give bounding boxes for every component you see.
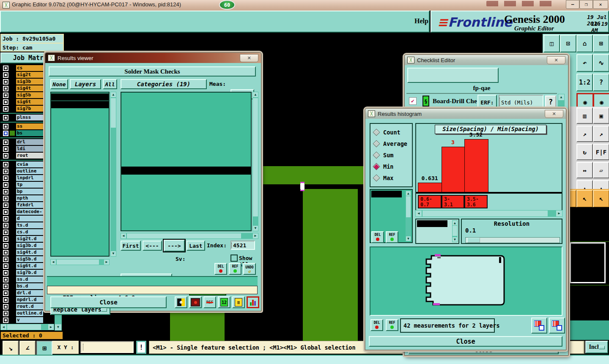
- results-viewer-close-icon[interactable]: ✕: [240, 54, 258, 62]
- rv-layers-list[interactable]: [50, 92, 110, 257]
- layer-label[interactable]: d: [16, 216, 43, 222]
- layer-checkbox[interactable]: [3, 203, 8, 208]
- rv-categories-vscrollbar[interactable]: ▲ ▼: [252, 92, 258, 231]
- layer-checkbox[interactable]: [3, 189, 8, 194]
- layer-list-hscrollbar[interactable]: ◀ ▶: [0, 324, 54, 330]
- move-point-icon[interactable]: ↗: [593, 126, 609, 142]
- rv-blackwhite-button[interactable]: ☻: [175, 296, 187, 308]
- layer-label[interactable]: sig6t.d: [16, 263, 43, 269]
- layer-label[interactable]: sig3b: [16, 79, 43, 85]
- feature-row[interactable]: [417, 227, 452, 234]
- layer-checkbox[interactable]: [3, 86, 8, 91]
- layer-checkbox[interactable]: [3, 284, 8, 289]
- layer-label[interactable]: sig4t: [16, 85, 43, 91]
- layer-label[interactable]: outline.d: [16, 310, 43, 316]
- rv-del-button[interactable]: DEL: [214, 263, 227, 275]
- layer-checkbox[interactable]: [3, 175, 8, 181]
- rv-all-button[interactable]: All: [103, 79, 117, 89]
- stat-radio[interactable]: Count: [370, 126, 412, 138]
- results-viewer-titlebar[interactable]: ╳ Results viewer ✕: [45, 53, 261, 63]
- layer-label[interactable]: tp: [16, 182, 43, 188]
- layer-checkbox[interactable]: [3, 162, 8, 167]
- layer-checkbox[interactable]: [3, 277, 8, 282]
- rv-category-row[interactable]: [121, 175, 251, 183]
- histogram-close-icon[interactable]: ✕: [545, 110, 563, 118]
- layer-row[interactable]: v: [3, 317, 54, 323]
- stat-radio[interactable]: Average: [370, 138, 412, 149]
- feature-vscrollbar[interactable]: ▲ ▼: [452, 220, 458, 242]
- layer-label[interactable]: sig6t: [16, 99, 43, 105]
- layer-label[interactable]: sig5b: [16, 92, 43, 98]
- rv-category-row[interactable]: [121, 94, 251, 102]
- rv-prev-button[interactable]: <---: [143, 241, 162, 251]
- layer-checkbox[interactable]: [3, 216, 8, 222]
- layer-checkbox[interactable]: [3, 257, 8, 262]
- stat-radio[interactable]: Min: [370, 161, 412, 172]
- layer-label[interactable]: cs: [16, 65, 43, 71]
- layer-label[interactable]: npth: [16, 195, 43, 201]
- ratio-1-2-icon[interactable]: 1:2: [576, 74, 593, 91]
- checklist-close-icon[interactable]: ✕: [547, 56, 565, 64]
- rv-first-button[interactable]: First: [121, 241, 141, 251]
- rv-index-input[interactable]: 4521: [230, 241, 255, 250]
- grid-toggle-button[interactable]: ⊞: [36, 341, 52, 356]
- rv-category-row[interactable]: [121, 126, 251, 134]
- shapes-icon[interactable]: ▱: [593, 162, 609, 178]
- layer-label[interactable]: fzkdrl: [16, 202, 43, 208]
- layer-label[interactable]: sig7b: [16, 106, 43, 112]
- close-button[interactable]: ✕: [593, 0, 608, 9]
- rv-category-row[interactable]: [121, 142, 251, 151]
- layer-label[interactable]: ss: [16, 123, 43, 129]
- layer-label[interactable]: sig4t.d: [16, 249, 43, 255]
- select-net-icon[interactable]: ↖: [593, 190, 609, 208]
- layer-checkbox[interactable]: [3, 297, 8, 303]
- rv-categories-hscrollbar[interactable]: ◀ ▶: [121, 233, 258, 239]
- histogram-ref-button-2[interactable]: REF: [386, 319, 398, 331]
- rv-category-row[interactable]: [121, 167, 251, 175]
- alert-button[interactable]: !: [136, 341, 146, 354]
- layer-label[interactable]: drl.d: [16, 290, 43, 296]
- undo-shape-icon[interactable]: ↶: [576, 54, 593, 72]
- layer-checkbox[interactable]: [3, 182, 8, 188]
- layer-label[interactable]: cs.d: [16, 229, 43, 235]
- rv-category-row[interactable]: [121, 183, 251, 191]
- rv-category-row[interactable]: [121, 199, 251, 207]
- minimize-button[interactable]: –: [566, 0, 579, 9]
- layer-checkbox[interactable]: [3, 209, 8, 215]
- histogram-del-button[interactable]: DEL: [371, 231, 384, 243]
- rv-category-row[interactable]: [121, 223, 251, 231]
- layer-label[interactable]: lnpdrl: [16, 175, 43, 181]
- rv-category-row[interactable]: [121, 159, 251, 167]
- layer-label[interactable]: sig5b.d: [16, 256, 43, 262]
- layer-color-swatch[interactable]: [10, 131, 15, 136]
- layer-checkbox[interactable]: [3, 270, 8, 276]
- layer-label[interactable]: bs.d: [16, 283, 43, 289]
- histogram-del-button-2[interactable]: DEL: [370, 319, 383, 331]
- layer-label[interactable]: npdrl.d: [16, 297, 43, 303]
- layer-checkbox[interactable]: [3, 124, 8, 129]
- rv-last-button[interactable]: Last: [187, 241, 205, 251]
- rv-category-row[interactable]: [121, 118, 251, 126]
- layer-checkbox[interactable]: [3, 146, 8, 152]
- layer-checkbox[interactable]: [3, 290, 8, 296]
- dimension-icon[interactable]: ↔: [576, 162, 593, 178]
- export-histogram-button[interactable]: [531, 317, 547, 334]
- layer-label[interactable]: sig3b.d: [16, 243, 43, 249]
- rv-category-row[interactable]: [121, 110, 251, 118]
- feature-row[interactable]: [417, 220, 447, 227]
- layer-checkbox[interactable]: [3, 131, 8, 136]
- units-dropdown[interactable]: Inch: [585, 341, 608, 353]
- histogram-close-button[interactable]: Close: [369, 336, 562, 347]
- screen-redraw-icon[interactable]: ⊡: [560, 35, 576, 52]
- histogram-ref-button[interactable]: REF: [386, 231, 398, 243]
- layer-checkbox[interactable]: [3, 243, 8, 249]
- rv-layer-row[interactable]: [51, 101, 109, 108]
- stat-radio[interactable]: Max: [370, 172, 412, 183]
- angle-measure-button[interactable]: ∠: [19, 341, 36, 356]
- layer-label[interactable]: outline: [16, 168, 43, 174]
- rotate-icon[interactable]: ↻: [576, 144, 593, 160]
- layer-label[interactable]: bp: [16, 189, 43, 194]
- checklist-help-button[interactable]: ?: [545, 96, 556, 108]
- menu-help[interactable]: Help: [414, 17, 428, 25]
- rv-layers-button[interactable]: Layers: [70, 79, 101, 89]
